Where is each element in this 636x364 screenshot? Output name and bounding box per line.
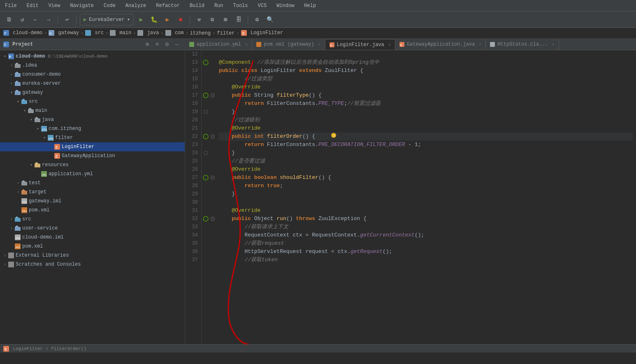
breadcrumb-item-filter[interactable]: filter bbox=[217, 30, 234, 36]
settings-gear-button[interactable]: ⚙ bbox=[162, 40, 172, 49]
tree-item-src-top[interactable]: › src bbox=[0, 215, 185, 224]
breadcrumb-item-cloud-demo[interactable]: P cloud-demo bbox=[3, 30, 42, 36]
tree-item-application-yml[interactable]: › yml application.yml bbox=[0, 169, 185, 179]
line-num-27: 27 bbox=[188, 174, 198, 182]
breadcrumb-item-main[interactable]: main bbox=[110, 30, 131, 36]
menu-analyze[interactable]: Analyze bbox=[124, 2, 148, 9]
menu-code[interactable]: Code bbox=[102, 2, 117, 9]
menu-help[interactable]: Help bbox=[302, 2, 318, 9]
kw-return-28: return bbox=[244, 182, 264, 190]
tree-item-eureka-server[interactable]: › eureka-server bbox=[0, 79, 185, 88]
tree-item-scratches[interactable]: › Scratches and Consoles bbox=[0, 260, 185, 269]
tree-item-loginfilter[interactable]: › C LoginFilter bbox=[0, 142, 185, 151]
search-button[interactable]: 🔍 bbox=[265, 14, 276, 26]
menu-tools[interactable]: Tools bbox=[232, 2, 250, 9]
menu-refactor[interactable]: Refactor bbox=[154, 2, 181, 9]
build-button[interactable]: ⚒ bbox=[193, 14, 205, 26]
tree-item-pom-root[interactable]: › xml pom.xml bbox=[0, 242, 185, 251]
tree-item-ext-libs[interactable]: › External Libraries bbox=[0, 251, 185, 260]
new-file-button[interactable]: 🗎 bbox=[3, 14, 15, 26]
sync-button[interactable]: ↺ bbox=[16, 14, 28, 26]
tree-item-cloud-demo[interactable]: ▾ P cloud-demo D:\IDEAWORK\cloud-demo bbox=[0, 52, 185, 61]
hide-button[interactable]: — bbox=[172, 40, 181, 49]
gutter-19 bbox=[202, 108, 210, 116]
menu-window[interactable]: Window bbox=[275, 2, 296, 9]
tree-item-gatewayapp[interactable]: › C GatewayApplication bbox=[0, 151, 185, 160]
editor-area: application.yml ✕ pom.xml (gateway) ✕ C … bbox=[185, 39, 636, 344]
menu-vcs[interactable]: VCS bbox=[256, 2, 269, 9]
revert-button[interactable]: ↩ bbox=[61, 14, 73, 26]
fold-27[interactable] bbox=[210, 174, 216, 182]
sdk-config-button[interactable]: ⚙ bbox=[207, 14, 218, 26]
svg-marker-48 bbox=[15, 218, 21, 222]
fold-12 bbox=[210, 50, 216, 58]
tab-close-pom-gateway[interactable]: ✕ bbox=[318, 42, 320, 47]
breadcrumb-sep-6: › bbox=[186, 30, 188, 36]
back-button[interactable]: ← bbox=[30, 14, 41, 26]
fold-22[interactable] bbox=[210, 132, 216, 141]
run-coverage-button[interactable]: ▶ bbox=[162, 14, 173, 26]
tree-item-com-itzheng[interactable]: ▾ pkg com.itzheng bbox=[0, 124, 185, 133]
breadcrumb-item-src[interactable]: src bbox=[85, 30, 104, 36]
breadcrumb-item-loginfilter[interactable]: C LoginFilter bbox=[241, 30, 283, 36]
fold-32[interactable] bbox=[210, 215, 216, 223]
run-button[interactable]: ▶ bbox=[135, 14, 147, 26]
comment-33: //获取请求上下文 bbox=[219, 223, 288, 231]
tree-item-idea[interactable]: › .idea bbox=[0, 61, 185, 70]
run-config-label: EurekaServer bbox=[89, 17, 124, 23]
tree-item-gateway[interactable]: ▾ gateway bbox=[0, 88, 185, 97]
menu-run[interactable]: Run bbox=[213, 2, 225, 9]
tree-arrow-consumer: › bbox=[8, 72, 15, 77]
tree-item-cloud-demo-iml[interactable]: › iml cloud-demo.iml bbox=[0, 233, 185, 242]
menu-build[interactable]: Build bbox=[188, 2, 206, 9]
tree-item-consumer-demo[interactable]: › consumer-demo bbox=[0, 70, 185, 79]
breadcrumb-item-gateway[interactable]: M gateway bbox=[49, 30, 79, 36]
collapse-all-button[interactable]: ≡ bbox=[153, 40, 162, 49]
menu-file[interactable]: File bbox=[3, 2, 19, 9]
tree-item-src[interactable]: ▾ src bbox=[0, 97, 185, 106]
tree-item-pom-gateway[interactable]: › xml pom.xml bbox=[0, 206, 185, 215]
tree-arrow-src: ▾ bbox=[15, 99, 21, 104]
menu-view[interactable]: View bbox=[47, 2, 62, 9]
add-framework-button[interactable]: ⊞ bbox=[220, 14, 231, 26]
tree-item-test[interactable]: › test bbox=[0, 179, 185, 188]
database-button[interactable]: 🗄 bbox=[233, 14, 244, 26]
gutter-32: ↑ bbox=[202, 215, 210, 223]
code-editor[interactable]: @Component //添加该注解以后当前类会自动添加到Spring当中 pu… bbox=[216, 50, 636, 344]
run-config-selector[interactable]: ▶ EurekaServer ▾ bbox=[80, 14, 134, 26]
tree-item-filter[interactable]: ▾ pkg filter bbox=[0, 133, 185, 142]
tab-close-loginfilter[interactable]: ✕ bbox=[388, 42, 391, 47]
tab-close-gatewayapp[interactable]: ✕ bbox=[479, 42, 481, 47]
tree-item-java[interactable]: ▾ java bbox=[0, 115, 185, 124]
fold-17[interactable] bbox=[210, 91, 216, 100]
tab-application-yml[interactable]: application.yml ✕ bbox=[185, 39, 252, 50]
debug-button[interactable]: 🐛 bbox=[149, 14, 160, 26]
tab-httpstatus[interactable]: HttpStatus.cla... ✕ bbox=[486, 39, 559, 50]
svg-marker-36 bbox=[35, 164, 40, 167]
line-num-34: 34 bbox=[188, 231, 198, 239]
separator-3 bbox=[190, 16, 190, 24]
tree-item-gateway-iml[interactable]: › iml gateway.iml bbox=[0, 197, 185, 206]
tree-item-main[interactable]: ▾ main bbox=[0, 106, 185, 115]
tab-close-httpstatus[interactable]: ✕ bbox=[552, 42, 555, 47]
tree-item-resources[interactable]: ▾ resources bbox=[0, 160, 185, 169]
tree-item-target[interactable]: › target bbox=[0, 188, 185, 197]
stop-button[interactable]: ■ bbox=[175, 14, 186, 26]
annotation-component: @Component bbox=[219, 58, 251, 67]
tab-gatewayapp[interactable]: C GatewayApplication.java ✕ bbox=[395, 39, 486, 50]
breadcrumb-item-java[interactable]: java bbox=[137, 30, 159, 36]
breadcrumb-sep-4: › bbox=[133, 30, 136, 36]
settings-button[interactable]: ⚙ bbox=[251, 14, 263, 26]
kw-public-17: public bbox=[232, 91, 251, 100]
breadcrumb-item-com[interactable]: com bbox=[165, 30, 184, 36]
menu-edit[interactable]: Edit bbox=[25, 2, 40, 9]
forward-button[interactable]: → bbox=[43, 14, 54, 26]
breadcrumb-item-itzheng[interactable]: itzheng bbox=[190, 30, 211, 36]
tab-pom-gateway[interactable]: pom.xml (gateway) ✕ bbox=[252, 39, 325, 50]
tree-item-user-service[interactable]: › user-service bbox=[0, 224, 185, 233]
editor-content[interactable]: 12 13 14 15 16 17 18 19 20 21 22 23 24 2… bbox=[185, 50, 636, 344]
tab-close-application-yml[interactable]: ✕ bbox=[245, 42, 248, 47]
locate-button[interactable]: ⊕ bbox=[143, 40, 152, 49]
tab-loginfilter[interactable]: C LoginFilter.java ✕ bbox=[325, 39, 395, 50]
menu-navigate[interactable]: Navigate bbox=[68, 2, 95, 9]
